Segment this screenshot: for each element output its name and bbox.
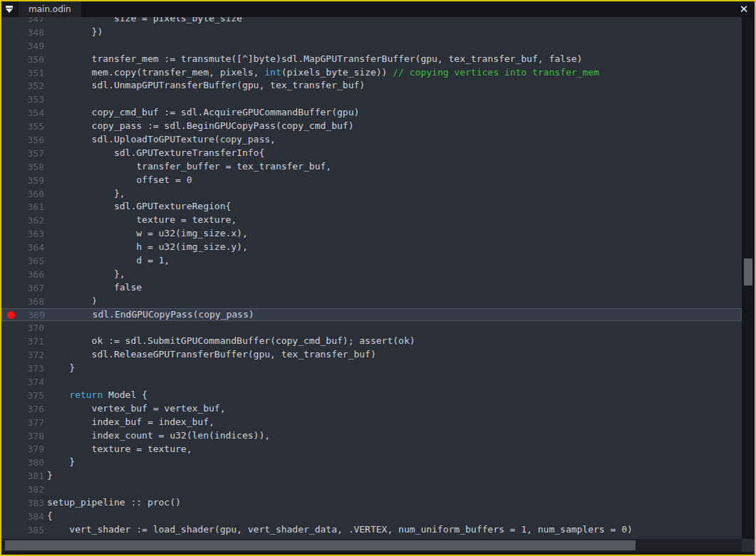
- bottom-strip: [1, 552, 755, 555]
- tab-bar-spacer: [81, 1, 733, 17]
- code-text: mem.copy(transfer_mem, pixels, int(pixel…: [44, 66, 599, 80]
- code-text: return Model {: [44, 389, 147, 402]
- code-text: copy_cmd_buf := sdl.AcquireGPUCommandBuf…: [44, 106, 359, 120]
- code-line-371[interactable]: 371 ok := sdl.SubmitGPUCommandBuffer(cop…: [1, 335, 742, 348]
- code-text: texture = texture,: [44, 214, 237, 227]
- horizontal-scrollbar[interactable]: [1, 539, 742, 552]
- line-number: 368: [19, 296, 44, 307]
- code-line-367[interactable]: 367 false: [1, 281, 742, 295]
- code-line-369[interactable]: 369 sdl.EndGPUCopyPass(copy_pass): [1, 308, 742, 322]
- code-line-383[interactable]: 383setup_pipeline :: proc(): [1, 496, 742, 510]
- code-line-349[interactable]: 349: [1, 39, 742, 53]
- tab-main-odin[interactable]: main.odin: [19, 1, 81, 17]
- line-number: 359: [19, 175, 44, 186]
- tab-list-dropdown-button[interactable]: [1, 1, 17, 17]
- code-line-354[interactable]: 354 copy_cmd_buf := sdl.AcquireGPUComman…: [1, 106, 742, 120]
- line-number: 379: [19, 444, 44, 454]
- code-line-385[interactable]: 385 vert_shader := load_shader(gpu, vert…: [1, 523, 742, 537]
- line-number: 352: [19, 80, 44, 91]
- code-line-361[interactable]: 361 sdl.GPUTextureRegion{: [1, 200, 742, 214]
- code-line-355[interactable]: 355 copy_pass := sdl.BeginGPUCopyPass(co…: [1, 120, 742, 133]
- code-line-347[interactable]: 347 size = pixels_byte_size: [1, 17, 742, 26]
- code-line-384[interactable]: 384{: [1, 510, 742, 523]
- close-icon[interactable]: ✕: [733, 1, 755, 17]
- code-line-353[interactable]: 353: [1, 93, 742, 106]
- code-line-382[interactable]: 382: [1, 483, 742, 496]
- code-line-357[interactable]: 357 sdl.GPUTextureTransferInfo{: [1, 147, 742, 160]
- code-line-348[interactable]: 348 }): [1, 26, 742, 39]
- code-line-362[interactable]: 362 texture = texture,: [1, 214, 742, 227]
- line-number: 370: [19, 322, 44, 333]
- line-number: 356: [19, 135, 44, 145]
- code-text: ok := sdl.SubmitGPUCommandBuffer(copy_cm…: [44, 335, 415, 348]
- code-line-358[interactable]: 358 transfer_buffer = tex_transfer_buf,: [1, 160, 742, 174]
- code-line-365[interactable]: 365 d = 1,: [1, 254, 742, 268]
- line-number: 354: [19, 107, 44, 118]
- code-line-376[interactable]: 376 vertex_buf = vertex_buf,: [1, 402, 742, 416]
- code-line-364[interactable]: 364 h = u32(img_size.y),: [1, 241, 742, 254]
- line-number: 351: [19, 68, 44, 78]
- line-number: 360: [19, 189, 44, 199]
- code-editor[interactable]: 347 size = pixels_byte_size348 })349350 …: [1, 17, 742, 539]
- code-text: index_buf = index_buf,: [44, 416, 214, 429]
- line-number: 382: [19, 484, 44, 495]
- line-number: 366: [19, 269, 44, 280]
- dropdown-arrow-icon: [5, 6, 14, 13]
- line-number: 358: [19, 162, 44, 172]
- code-line-350[interactable]: 350 transfer_mem := transmute([^]byte)sd…: [1, 53, 742, 66]
- horizontal-scrollbar-thumb[interactable]: [5, 540, 636, 550]
- line-number: 353: [19, 94, 44, 105]
- line-number: 357: [19, 148, 44, 159]
- code-line-359[interactable]: 359 offset = 0: [1, 174, 742, 187]
- code-text: false: [44, 281, 142, 295]
- line-number: 349: [19, 41, 44, 51]
- vertical-scrollbar-thumb[interactable]: [744, 258, 752, 285]
- code-line-380[interactable]: 380 }: [1, 456, 742, 469]
- code-text: index_count = u32(len(indices)),: [44, 429, 270, 443]
- code-line-356[interactable]: 356 sdl.UploadToGPUTexture(copy_pass,: [1, 133, 742, 147]
- code-text: }: [44, 362, 75, 375]
- line-number: 355: [19, 121, 44, 132]
- code-line-377[interactable]: 377 index_buf = index_buf,: [1, 416, 742, 429]
- line-number: 350: [19, 54, 44, 65]
- code-text: sdl.UnmapGPUTransferBuffer(gpu, tex_tran…: [44, 79, 365, 93]
- line-number: 381: [19, 471, 44, 481]
- code-text: transfer_mem := transmute([^]byte)sdl.Ma…: [44, 53, 582, 66]
- line-number: 369: [19, 310, 45, 320]
- code-text: }: [44, 469, 53, 483]
- code-text: }: [44, 456, 75, 469]
- code-text: transfer_buffer = tex_transfer_buf,: [44, 160, 331, 174]
- line-number: 380: [19, 457, 44, 468]
- code-text: size = pixels_byte_size: [44, 17, 242, 26]
- code-line-351[interactable]: 351 mem.copy(transfer_mem, pixels, int(p…: [1, 66, 742, 80]
- line-number: 377: [19, 417, 44, 428]
- code-text: sdl.GPUTextureRegion{: [44, 200, 231, 214]
- code-text: h = u32(img_size.y),: [44, 241, 248, 254]
- breakpoint-gutter[interactable]: [2, 311, 19, 319]
- vertical-scrollbar[interactable]: [742, 17, 755, 539]
- tab-bar: main.odin ✕: [1, 1, 755, 17]
- line-number: 385: [19, 525, 44, 535]
- code-line-378[interactable]: 378 index_count = u32(len(indices)),: [1, 429, 742, 443]
- line-number: 348: [19, 27, 44, 38]
- code-line-374[interactable]: 374: [1, 375, 742, 389]
- code-line-370[interactable]: 370: [1, 321, 742, 335]
- code-line-381[interactable]: 381}: [1, 469, 742, 483]
- code-line-375[interactable]: 375 return Model {: [1, 389, 742, 402]
- code-line-372[interactable]: 372 sdl.ReleaseGPUTransferBuffer(gpu, te…: [1, 348, 742, 362]
- line-number: 361: [19, 201, 44, 212]
- code-line-363[interactable]: 363 w = u32(img_size.x),: [1, 227, 742, 241]
- code-line-360[interactable]: 360 },: [1, 187, 742, 201]
- code-text: offset = 0: [44, 174, 192, 187]
- code-line-352[interactable]: 352 sdl.UnmapGPUTransferBuffer(gpu, tex_…: [1, 79, 742, 93]
- code-line-366[interactable]: 366 },: [1, 268, 742, 281]
- code-line-373[interactable]: 373 }: [1, 362, 742, 375]
- scrollbar-corner: [742, 539, 755, 552]
- code-line-368[interactable]: 368 ): [1, 295, 742, 308]
- code-text: }): [44, 26, 103, 39]
- code-line-379[interactable]: 379 texture = texture,: [1, 443, 742, 456]
- line-number: 383: [19, 498, 44, 508]
- breakpoint-icon[interactable]: [7, 311, 15, 319]
- line-number: 373: [19, 363, 44, 374]
- code-text: {: [44, 510, 53, 523]
